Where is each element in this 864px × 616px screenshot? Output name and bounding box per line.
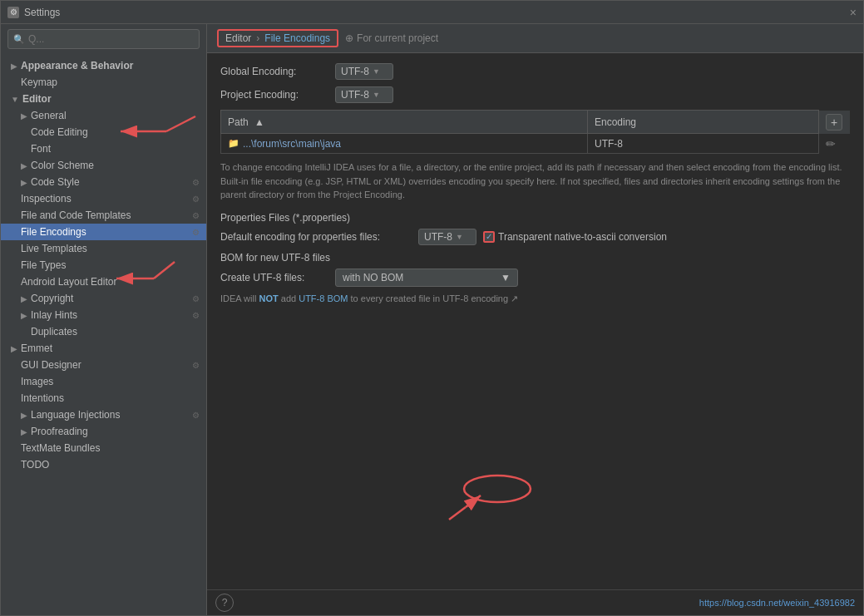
sidebar-item-label: File Encodings — [21, 226, 86, 238]
sidebar: 🔍 ▶ Appearance & Behavior Keymap ▼ Edito… — [1, 24, 207, 615]
path-cell: 📁 ...\forum\src\main\java — [221, 134, 588, 154]
table-add-header: + — [819, 111, 850, 134]
bom-create-value: with NO BOM — [343, 272, 403, 283]
sidebar-item-language-injections[interactable]: ▶ Language Injections ⚙ — [1, 407, 206, 423]
sidebar-item-code-style[interactable]: ▶ Code Style ⚙ — [1, 174, 206, 190]
edit-button[interactable]: ✏ — [826, 137, 836, 150]
nav-tree: ▶ Appearance & Behavior Keymap ▼ Editor … — [1, 54, 206, 615]
help-button[interactable]: ? — [215, 594, 234, 612]
dropdown-arrow: ▼ — [373, 67, 380, 76]
sidebar-item-label: Code Editing — [31, 126, 88, 138]
global-encoding-select[interactable]: UTF-8 ▼ — [335, 63, 393, 80]
sidebar-item-intentions[interactable]: Intentions — [1, 390, 206, 407]
gear-icon: ⚙ — [192, 195, 200, 204]
sidebar-item-color-scheme[interactable]: ▶ Color Scheme — [1, 157, 206, 174]
sidebar-item-images[interactable]: Images — [1, 373, 206, 390]
gear-icon: ⚙ — [192, 294, 200, 303]
info-text: To change encoding IntelliJ IDEA uses fo… — [220, 160, 850, 202]
sidebar-item-textmate[interactable]: TextMate Bundles — [1, 440, 206, 456]
note-bom: UTF-8 BOM — [299, 293, 348, 303]
sidebar-item-label: Keymap — [21, 76, 57, 88]
props-encoding-select[interactable]: UTF-8 ▼ — [418, 229, 476, 245]
sidebar-item-todo[interactable]: TODO — [1, 456, 206, 473]
sidebar-item-editor[interactable]: ▼ Editor — [1, 91, 206, 107]
sidebar-item-label: File Types — [21, 259, 66, 271]
sidebar-item-appearance[interactable]: ▶ Appearance & Behavior — [1, 57, 206, 74]
table-row: 📁 ...\forum\src\main\java UTF-8 ✏ — [221, 134, 850, 154]
sidebar-item-android-layout[interactable]: Android Layout Editor — [1, 274, 206, 290]
transparent-checkbox-area: Transparent native-to-ascii conversion — [483, 231, 667, 243]
gear-icon: ⚙ — [192, 178, 200, 187]
breadcrumb-current: File Encodings — [264, 32, 330, 44]
arrow-icon: ▶ — [11, 344, 17, 353]
props-encoding-value: UTF-8 — [424, 231, 452, 243]
url-text: https://blog.csdn.net/weixin_43916982 — [699, 598, 855, 608]
col-encoding-header[interactable]: Encoding — [587, 111, 818, 134]
sidebar-item-code-editing[interactable]: Code Editing — [1, 124, 206, 140]
sidebar-item-label: File and Code Templates — [21, 209, 131, 221]
project-icon: ⊕ — [345, 32, 353, 44]
sidebar-item-label: Duplicates — [31, 326, 77, 338]
file-encoding-table: Path ▲ Encoding + — [220, 110, 850, 154]
sidebar-item-inspections[interactable]: Inspections ⚙ — [1, 190, 206, 207]
sidebar-item-file-types[interactable]: File Types — [1, 257, 206, 274]
sidebar-item-label: Inspections — [21, 193, 72, 205]
sidebar-item-label: General — [31, 110, 67, 121]
window-title: Settings — [24, 7, 60, 18]
sidebar-item-label: Proofreading — [31, 426, 88, 437]
project-encoding-value: UTF-8 — [341, 89, 369, 101]
sidebar-item-font[interactable]: Font — [1, 140, 206, 157]
sidebar-item-emmet[interactable]: ▶ Emmet — [1, 340, 206, 357]
note-suffix: add — [281, 293, 299, 303]
sidebar-item-proofreading[interactable]: ▶ Proofreading — [1, 423, 206, 440]
bottom-bar: ? https://blog.csdn.net/weixin_43916982 — [207, 589, 863, 615]
sidebar-item-copyright[interactable]: ▶ Copyright ⚙ — [1, 290, 206, 307]
main-content: 🔍 ▶ Appearance & Behavior Keymap ▼ Edito… — [1, 24, 863, 615]
path-value: ...\forum\src\main\java — [243, 138, 341, 150]
search-input[interactable] — [28, 33, 194, 45]
sidebar-item-duplicates[interactable]: Duplicates — [1, 323, 206, 340]
sidebar-item-gui-designer[interactable]: GUI Designer ⚙ — [1, 357, 206, 373]
sidebar-item-live-templates[interactable]: Live Templates — [1, 240, 206, 257]
gear-icon: ⚙ — [192, 211, 200, 220]
arrow-icon: ▼ — [11, 95, 19, 104]
gear-icon: ⚙ — [192, 361, 200, 370]
transparent-checkbox[interactable] — [483, 231, 495, 243]
search-box[interactable]: 🔍 — [7, 29, 200, 49]
idea-note: IDEA will NOT add UTF-8 BOM to every cre… — [220, 293, 850, 304]
arrow-icon: ▶ — [21, 311, 27, 320]
add-path-button[interactable]: + — [826, 114, 842, 131]
sidebar-item-label: Copyright — [31, 293, 73, 304]
sidebar-item-label: Images — [21, 376, 53, 387]
encoding-cell: UTF-8 — [587, 134, 818, 154]
sidebar-item-general[interactable]: ▶ General — [1, 107, 206, 124]
project-encoding-label: Project Encoding: — [220, 89, 328, 101]
sidebar-item-keymap[interactable]: Keymap — [1, 74, 206, 91]
note-not: NOT — [259, 293, 278, 303]
sidebar-item-label: Emmet — [21, 342, 52, 354]
folder-icon: 📁 — [228, 138, 239, 149]
breadcrumb-parent: Editor — [225, 32, 251, 44]
arrow-icon: ▶ — [21, 411, 27, 420]
close-button[interactable]: × — [850, 6, 857, 19]
arrow-icon: ▶ — [21, 161, 27, 170]
sort-icon: ▲ — [254, 116, 264, 128]
arrow-icon: ▶ — [11, 62, 17, 71]
for-project-label: For current project — [357, 32, 438, 44]
gear-icon: ⚙ — [192, 228, 200, 237]
bom-create-select[interactable]: with NO BOM ▼ — [335, 269, 518, 287]
settings-window: ⚙ Settings × 🔍 ▶ Appearance & Behavior K… — [0, 0, 864, 616]
global-encoding-label: Global Encoding: — [220, 66, 328, 77]
sidebar-item-file-code-templates[interactable]: File and Code Templates ⚙ — [1, 207, 206, 224]
project-encoding-select[interactable]: UTF-8 ▼ — [335, 86, 393, 103]
props-encoding-label: Default encoding for properties files: — [220, 231, 412, 243]
edit-cell: ✏ — [819, 134, 850, 154]
bom-create-label: Create UTF-8 files: — [220, 272, 328, 283]
sidebar-item-label: Live Templates — [21, 243, 87, 254]
sidebar-item-file-encodings[interactable]: File Encodings ⚙ — [1, 224, 206, 240]
for-project[interactable]: ⊕ For current project — [345, 32, 438, 44]
col-path-header[interactable]: Path ▲ — [221, 111, 588, 134]
sidebar-item-inlay-hints[interactable]: ▶ Inlay Hints ⚙ — [1, 307, 206, 323]
sidebar-item-label: TextMate Bundles — [21, 442, 100, 454]
sidebar-item-label: Color Scheme — [31, 160, 94, 171]
